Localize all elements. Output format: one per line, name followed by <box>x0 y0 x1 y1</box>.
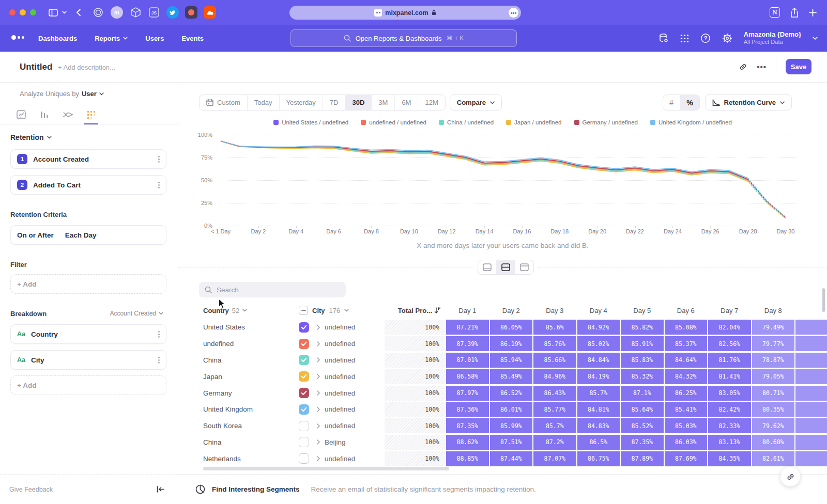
tab-insights[interactable] <box>16 108 27 121</box>
retention-cell[interactable]: 80.71% <box>752 386 795 401</box>
retention-cell[interactable] <box>795 435 827 450</box>
layout-table-focus-button[interactable] <box>515 260 533 274</box>
table-search-input[interactable]: Search <box>199 282 346 297</box>
criteria-mode[interactable]: On or After <box>17 231 54 239</box>
row-checkbox[interactable] <box>299 371 309 382</box>
retention-cell[interactable] <box>795 418 827 433</box>
more-options-icon[interactable]: ••• <box>757 62 767 71</box>
retention-cell[interactable]: 78.87% <box>752 353 795 368</box>
column-day-2[interactable]: Day 2 <box>489 307 533 314</box>
retention-cell[interactable]: 85.83% <box>621 353 664 368</box>
retention-cell[interactable]: 83.05% <box>708 386 751 401</box>
retention-cell[interactable]: 87.36% <box>446 402 489 417</box>
retention-cell[interactable]: 81.76% <box>708 353 751 368</box>
analyze-uniques-value[interactable]: User <box>82 90 97 98</box>
bird-extension-icon[interactable] <box>166 6 179 19</box>
range-6m[interactable]: 6M <box>394 95 418 110</box>
retention-cell[interactable]: 85.94% <box>490 353 533 368</box>
retention-cell[interactable]: 86.5% <box>577 435 620 450</box>
criteria-card[interactable]: On or After Each Day <box>10 225 166 245</box>
retention-cell[interactable]: 84.84% <box>577 353 620 368</box>
back-icon[interactable] <box>76 9 81 16</box>
row-checkbox[interactable] <box>299 355 309 365</box>
retention-cell[interactable]: 82.61% <box>752 451 795 466</box>
column-city[interactable]: City 176 <box>299 306 385 315</box>
retention-cell[interactable]: 86.05% <box>490 320 533 335</box>
range-12m[interactable]: 12M <box>418 95 445 110</box>
range-3m[interactable]: 3M <box>371 95 394 110</box>
retention-cell[interactable]: 85.7% <box>577 386 620 401</box>
range-custom[interactable]: Custom <box>200 95 247 110</box>
project-switcher[interactable]: Amazonia {Demo} All Project Data <box>744 30 801 46</box>
retention-cell[interactable]: 85.77% <box>533 402 576 417</box>
retention-section-title[interactable]: Retention <box>10 133 44 141</box>
retention-cell[interactable]: 86.75% <box>577 451 620 466</box>
retention-cell[interactable]: 86.25% <box>665 386 708 401</box>
legend-item[interactable]: United Kingdom / undefined <box>650 119 732 125</box>
retention-cell[interactable]: 86.43% <box>533 386 576 401</box>
tab-funnels[interactable] <box>39 108 50 121</box>
retention-cell[interactable]: 85.08% <box>665 320 708 335</box>
row-checkbox[interactable] <box>299 453 309 464</box>
column-country[interactable]: Country 52 <box>203 307 299 314</box>
share-icon[interactable] <box>790 8 799 18</box>
settings-gear-icon[interactable] <box>722 33 732 43</box>
help-icon[interactable]: ? <box>700 33 711 43</box>
legend-item[interactable]: Japan / undefined <box>506 119 561 125</box>
legend-item[interactable]: Germany / undefined <box>574 119 638 125</box>
absolute-values-toggle[interactable]: # <box>663 95 680 110</box>
retention-cell[interactable]: 85.76% <box>533 336 576 351</box>
column-day-7[interactable]: Day 7 <box>708 307 752 314</box>
retention-cell[interactable]: 85.41% <box>665 402 708 417</box>
retention-cell[interactable]: 86.01% <box>490 402 533 417</box>
legend-item[interactable]: undefined / undefined <box>361 119 426 125</box>
retention-cell[interactable]: 84.96% <box>533 369 576 384</box>
retention-cell[interactable]: 85.02% <box>577 336 620 351</box>
retention-cell[interactable]: 82.33% <box>708 418 751 433</box>
retention-cell[interactable]: 79.62% <box>752 418 795 433</box>
retention-cell[interactable]: 86.03% <box>665 435 708 450</box>
retention-cell[interactable]: 84.83% <box>577 418 620 433</box>
retention-cell[interactable]: 83.13% <box>708 435 751 450</box>
nav-item-dashboards[interactable]: Dashboards <box>38 35 77 42</box>
retention-cell[interactable]: 84.64% <box>665 353 708 368</box>
tab-flows[interactable] <box>62 108 73 121</box>
retention-chart[interactable]: 100%75%50%25%0% <box>178 135 827 226</box>
js-extension-icon[interactable]: JS <box>148 6 160 19</box>
retention-cell[interactable]: 85.66% <box>533 353 576 368</box>
add-description[interactable]: + Add description... <box>58 64 115 71</box>
breakdown-card-country[interactable]: Aa Country <box>10 324 166 344</box>
legend-item[interactable]: United States / undefined <box>273 119 348 125</box>
nav-item-events[interactable]: Events <box>181 35 204 42</box>
apps-grid-icon[interactable] <box>680 34 689 43</box>
retention-cell[interactable]: 87.35% <box>621 435 664 450</box>
report-title[interactable]: Untitled <box>20 62 52 72</box>
segments-title[interactable]: Find Interesting Segments <box>212 485 300 493</box>
retention-cell[interactable]: 84.19% <box>577 369 620 384</box>
column-day-6[interactable]: Day 6 <box>664 307 708 314</box>
retention-cell[interactable]: 87.35% <box>446 418 489 433</box>
close-window-button[interactable] <box>9 9 16 15</box>
new-tab-icon[interactable] <box>809 9 817 17</box>
retention-cell[interactable]: 87.44% <box>490 451 533 466</box>
retention-cell[interactable]: 85.99% <box>490 418 533 433</box>
retention-cell[interactable]: 85.32% <box>621 369 664 384</box>
retention-cell[interactable]: 79.77% <box>752 336 795 351</box>
row-checkbox[interactable] <box>299 322 309 333</box>
criteria-interval[interactable]: Each Day <box>65 231 97 239</box>
tab-retention[interactable] <box>85 108 97 121</box>
breakdown-event-selector[interactable]: Account Created <box>110 310 163 317</box>
legend-item[interactable]: China / undefined <box>439 119 494 125</box>
mixpanel-logo[interactable] <box>11 35 24 40</box>
retention-cell[interactable] <box>795 451 827 466</box>
maximize-window-button[interactable] <box>30 9 36 15</box>
retention-cell[interactable]: 82.56% <box>708 336 751 351</box>
data-management-icon[interactable] <box>658 33 669 43</box>
retention-cell[interactable]: 87.2% <box>533 435 576 450</box>
retention-cell[interactable] <box>795 386 827 401</box>
column-day-5[interactable]: Day 5 <box>620 307 664 314</box>
retention-cell[interactable]: 86.52% <box>490 386 533 401</box>
retention-cell[interactable]: 88.62% <box>446 435 489 450</box>
row-checkbox[interactable] <box>299 421 309 431</box>
target-extension-icon[interactable] <box>92 6 104 19</box>
